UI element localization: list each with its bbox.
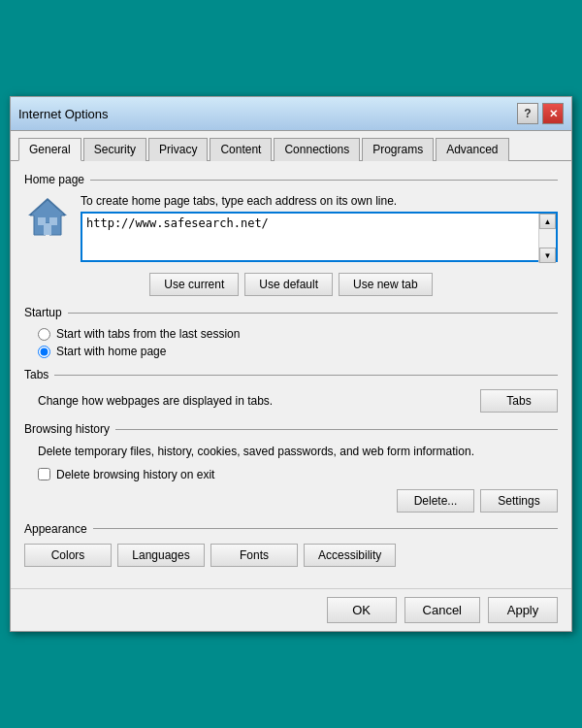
fonts-button[interactable]: Fonts <box>210 544 298 567</box>
tab-bar: General Security Privacy Content Connect… <box>11 131 571 161</box>
home-page-section-header: Home page <box>24 173 558 186</box>
cancel-button[interactable]: Cancel <box>404 597 480 623</box>
scroll-down-arrow[interactable]: ▼ <box>539 248 556 263</box>
startup-last-session-option[interactable]: Start with tabs from the last session <box>38 327 558 341</box>
svg-rect-2 <box>38 217 46 225</box>
startup-section-header: Startup <box>24 306 558 319</box>
tab-programs[interactable]: Programs <box>362 138 434 161</box>
scroll-up-arrow[interactable]: ▲ <box>539 214 556 229</box>
delete-on-exit-row[interactable]: Delete browsing history on exit <box>24 468 558 481</box>
svg-rect-3 <box>49 217 57 225</box>
startup-home-page-option[interactable]: Start with home page <box>38 345 558 358</box>
tab-advanced[interactable]: Advanced <box>436 138 508 161</box>
startup-home-page-label: Start with home page <box>56 345 166 358</box>
dialog-title: Internet Options <box>18 107 109 121</box>
home-page-description: To create home page tabs, type each addr… <box>81 194 558 208</box>
home-page-url-input[interactable]: http://www.safesearch.net/ <box>81 212 558 262</box>
radio-home-page[interactable] <box>38 346 50 358</box>
browsing-history-section-header: Browsing history <box>24 422 558 436</box>
appearance-section-header: Appearance <box>24 522 558 536</box>
tab-general[interactable]: General <box>18 138 81 161</box>
apply-button[interactable]: Apply <box>488 597 558 623</box>
tab-privacy[interactable]: Privacy <box>148 138 208 161</box>
startup-last-session-label: Start with tabs from the last session <box>56 327 240 341</box>
accessibility-button[interactable]: Accessibility <box>304 544 396 567</box>
house-icon <box>24 194 71 241</box>
ok-button[interactable]: OK <box>327 597 397 623</box>
colors-button[interactable]: Colors <box>24 544 112 567</box>
close-button[interactable]: ✕ <box>542 103 564 124</box>
browsing-history-description: Delete temporary files, history, cookies… <box>24 444 558 460</box>
dialog-footer: OK Cancel Apply <box>11 588 571 631</box>
radio-last-session[interactable] <box>38 328 50 341</box>
settings-button[interactable]: Settings <box>480 489 558 513</box>
languages-button[interactable]: Languages <box>117 544 205 567</box>
tab-content[interactable]: Content <box>210 138 272 161</box>
tabs-section-header: Tabs <box>24 368 558 381</box>
tabs-button[interactable]: Tabs <box>480 389 558 413</box>
tabs-section-description: Change how webpages are displayed in tab… <box>38 394 480 408</box>
use-default-button[interactable]: Use default <box>244 273 333 296</box>
delete-on-exit-checkbox[interactable] <box>38 468 50 480</box>
use-current-button[interactable]: Use current <box>149 273 239 296</box>
textarea-scrollbar[interactable]: ▲ ▼ <box>538 214 556 263</box>
help-button[interactable]: ? <box>517 103 538 124</box>
use-new-tab-button[interactable]: Use new tab <box>339 273 433 296</box>
tab-connections[interactable]: Connections <box>274 138 360 161</box>
delete-on-exit-label: Delete browsing history on exit <box>56 468 214 481</box>
tab-security[interactable]: Security <box>83 138 146 161</box>
delete-button[interactable]: Delete... <box>397 489 474 513</box>
